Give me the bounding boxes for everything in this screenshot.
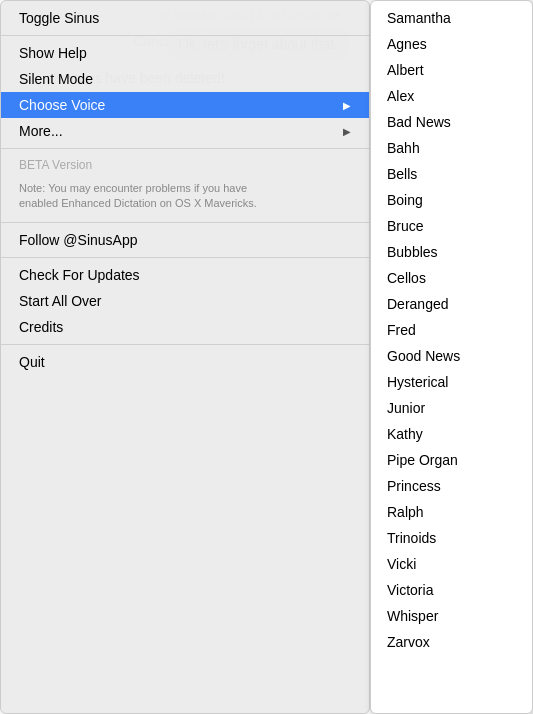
voice-item[interactable]: Good News	[371, 343, 532, 369]
voice-item[interactable]: Bahh	[371, 135, 532, 161]
menu-item-silent-mode[interactable]: Silent Mode	[1, 66, 369, 92]
voice-item[interactable]: Trinoids	[371, 525, 532, 551]
menu-item-credits[interactable]: Credits	[1, 314, 369, 340]
voice-item[interactable]: Agnes	[371, 31, 532, 57]
menu-item-quit[interactable]: Quit	[1, 349, 369, 375]
voice-submenu[interactable]: SamanthaAgnesAlbertAlexBad NewsBahhBells…	[370, 0, 533, 714]
menu-item-check-updates[interactable]: Check For Updates	[1, 262, 369, 288]
menu-separator-3	[1, 222, 369, 223]
voice-item[interactable]: Ralph	[371, 499, 532, 525]
voice-item[interactable]: Samantha	[371, 5, 532, 31]
voice-item[interactable]: Victoria	[371, 577, 532, 603]
voice-item[interactable]: Alex	[371, 83, 532, 109]
menu-separator-5	[1, 344, 369, 345]
menu-item-show-help[interactable]: Show Help	[1, 40, 369, 66]
voice-item[interactable]: Pipe Organ	[371, 447, 532, 473]
voice-item[interactable]: Bruce	[371, 213, 532, 239]
voice-item[interactable]: Junior	[371, 395, 532, 421]
voice-item[interactable]: Kathy	[371, 421, 532, 447]
menu-item-more[interactable]: More... ▶	[1, 118, 369, 144]
menu-item-toggle-sinus[interactable]: Toggle Sinus	[1, 5, 369, 31]
submenu-arrow-icon: ▶	[343, 100, 351, 111]
voice-item[interactable]: Boing	[371, 187, 532, 213]
voice-item[interactable]: Hysterical	[371, 369, 532, 395]
voice-item[interactable]: Bells	[371, 161, 532, 187]
voice-item[interactable]: Deranged	[371, 291, 532, 317]
voice-item[interactable]: Cellos	[371, 265, 532, 291]
voice-item[interactable]: Princess	[371, 473, 532, 499]
menu-separator-1	[1, 35, 369, 36]
voice-item[interactable]: Whisper	[371, 603, 532, 629]
menu-item-follow[interactable]: Follow @SinusApp	[1, 227, 369, 253]
voice-item[interactable]: Bad News	[371, 109, 532, 135]
submenu-arrow-more-icon: ▶	[343, 126, 351, 137]
menu-separator-4	[1, 257, 369, 258]
voice-item[interactable]: Vicki	[371, 551, 532, 577]
voice-item[interactable]: Bubbles	[371, 239, 532, 265]
beta-label: BETA Version	[1, 153, 369, 177]
voice-item[interactable]: Fred	[371, 317, 532, 343]
menu-item-choose-voice[interactable]: Choose Voice ▶	[1, 92, 369, 118]
menu-item-start-over[interactable]: Start All Over	[1, 288, 369, 314]
beta-note: Note: You may encounter problems if you …	[1, 177, 301, 218]
voice-item[interactable]: Zarvox	[371, 629, 532, 655]
menu-separator-2	[1, 148, 369, 149]
context-menu: Toggle Sinus Show Help Silent Mode Choos…	[0, 0, 370, 714]
voice-item[interactable]: Albert	[371, 57, 532, 83]
